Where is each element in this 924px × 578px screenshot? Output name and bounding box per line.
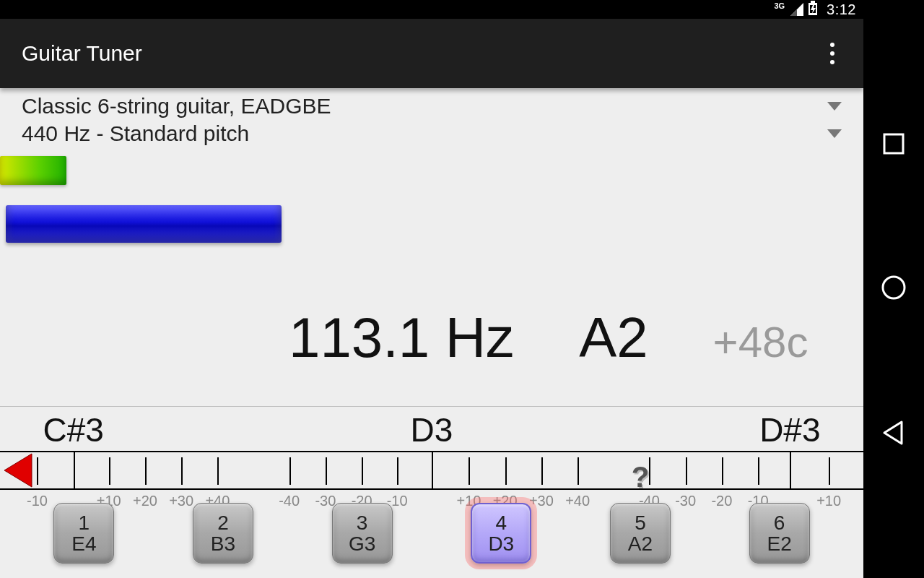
svg-rect-7 xyxy=(884,134,903,153)
svg-marker-1 xyxy=(790,9,797,16)
battery-icon xyxy=(808,1,818,18)
network-indicator: 3G xyxy=(774,1,785,10)
action-bar: Guitar Tuner xyxy=(0,19,863,88)
chevron-down-icon xyxy=(827,102,842,111)
frequency-readout: 113.1 Hz xyxy=(289,305,514,371)
pitch-indicator-arrow-icon xyxy=(0,452,35,488)
level-meters xyxy=(0,147,863,249)
signal-icon xyxy=(790,3,803,16)
recent-apps-button[interactable] xyxy=(881,131,906,156)
app-title: Guitar Tuner xyxy=(22,41,142,66)
pitch-spinner-label: 440 Hz - Standard pitch xyxy=(22,121,249,146)
back-button[interactable] xyxy=(880,419,907,447)
meter-bar-2 xyxy=(6,205,282,243)
svg-marker-9 xyxy=(884,422,902,444)
scale-note-label: D3 xyxy=(411,410,453,449)
note-readout: A2 xyxy=(579,305,648,371)
pitch-scale: C#3D3D#3 -10+10+20+30+40-40-30-20-10+10+… xyxy=(0,406,863,510)
scale-note-label: C#3 xyxy=(43,410,103,449)
pitch-spinner[interactable]: 440 Hz - Standard pitch xyxy=(0,120,863,147)
clock: 3:12 xyxy=(827,1,856,18)
svg-point-8 xyxy=(883,277,905,298)
svg-rect-2 xyxy=(811,1,815,3)
string-buttons-row: 1E42B33G34D3?5A26E2 xyxy=(0,503,863,564)
meter-bar-1 xyxy=(0,156,66,185)
home-button[interactable] xyxy=(880,274,907,301)
string-button-2[interactable]: 2B3 xyxy=(193,503,253,564)
string-button-3[interactable]: 3G3 xyxy=(332,503,393,564)
string-button-5[interactable]: 5A2 xyxy=(610,503,671,564)
overflow-menu-button[interactable] xyxy=(823,35,842,72)
svg-marker-6 xyxy=(4,454,32,487)
content-area: Classic 6-string guitar, EADGBE 440 Hz -… xyxy=(0,88,863,578)
suggested-string-hint-icon: ? xyxy=(632,461,649,493)
system-nav-bar xyxy=(863,0,924,578)
readout-row: 113.1 Hz A2 +48c xyxy=(0,305,863,371)
chevron-down-icon xyxy=(827,129,842,138)
tuning-spinner[interactable]: Classic 6-string guitar, EADGBE xyxy=(0,88,863,120)
cents-readout: +48c xyxy=(713,317,808,367)
string-button-1[interactable]: 1E4 xyxy=(53,503,114,564)
status-bar: 3G 3:12 xyxy=(0,0,863,19)
scale-note-label: D#3 xyxy=(759,410,820,449)
string-button-4[interactable]: 4D3 xyxy=(471,503,531,564)
string-button-6[interactable]: 6E2 xyxy=(749,503,810,564)
tuning-spinner-label: Classic 6-string guitar, EADGBE xyxy=(22,94,331,118)
